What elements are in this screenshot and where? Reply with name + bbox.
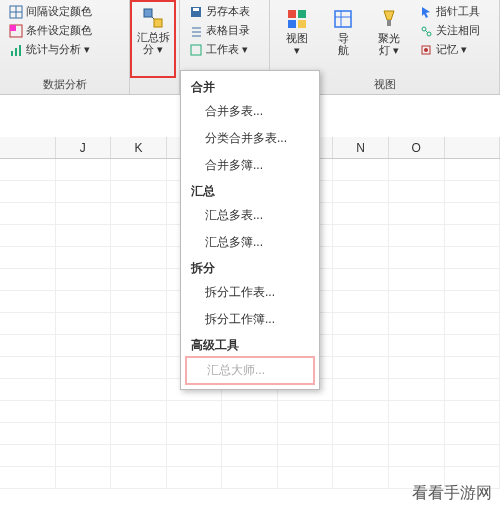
label: 导 航: [338, 33, 349, 56]
svg-rect-5: [11, 51, 13, 56]
label: 聚光 灯 ▾: [378, 33, 400, 56]
memory-icon: [419, 43, 433, 57]
svg-line-26: [425, 30, 428, 33]
svg-point-28: [424, 48, 428, 52]
group-summary-split: 汇总拆 分 ▾: [130, 0, 180, 94]
menu-section-split: 拆分: [181, 256, 319, 279]
label: 间隔设定颜色: [26, 4, 92, 19]
save-icon: [189, 5, 203, 19]
menu-split-book[interactable]: 拆分工作簿...: [181, 306, 319, 333]
svg-rect-15: [191, 45, 201, 55]
label: 指针工具: [436, 4, 480, 19]
summary-split-menu: 合并 合并多表... 分类合并多表... 合并多簿... 汇总 汇总多表... …: [180, 70, 320, 390]
label: 另存本表: [206, 4, 250, 19]
stats-analysis-button[interactable]: 统计与分析 ▾: [6, 41, 123, 58]
menu-section-summary: 汇总: [181, 179, 319, 202]
label: 表格目录: [206, 23, 250, 38]
pointer-tool-button[interactable]: 指针工具: [416, 3, 483, 20]
col-header[interactable]: N: [333, 137, 389, 158]
col-header[interactable]: [445, 137, 501, 158]
svg-rect-18: [288, 20, 296, 28]
svg-rect-23: [387, 20, 391, 26]
nav-icon: [332, 5, 354, 33]
group-label: 数据分析: [0, 77, 129, 92]
col-header[interactable]: K: [111, 137, 167, 158]
svg-rect-4: [10, 25, 16, 31]
watermark: 看看手游网: [412, 483, 492, 504]
svg-rect-9: [154, 19, 162, 27]
grid-color-icon: [9, 24, 23, 38]
svg-rect-16: [288, 10, 296, 18]
menu-section-merge: 合并: [181, 75, 319, 98]
menu-section-advanced: 高级工具: [181, 333, 319, 356]
svg-rect-17: [298, 10, 306, 18]
menu-merge-books[interactable]: 合并多簿...: [181, 152, 319, 179]
svg-rect-19: [298, 20, 306, 28]
menu-summary-books[interactable]: 汇总多簿...: [181, 229, 319, 256]
label: 汇总拆 分 ▾: [137, 32, 170, 55]
spotlight-icon: [378, 5, 400, 33]
svg-rect-11: [193, 8, 199, 11]
label: 视图 ▾: [286, 33, 308, 56]
focus-related-button[interactable]: 关注相同: [416, 22, 483, 39]
menu-summary-master[interactable]: 汇总大师...: [193, 362, 307, 379]
menu-summary-tables[interactable]: 汇总多表...: [181, 202, 319, 229]
svg-rect-20: [335, 11, 351, 27]
menu-summary-master-box: 汇总大师...: [187, 358, 313, 383]
menu-split-sheet[interactable]: 拆分工作表...: [181, 279, 319, 306]
conditional-color-button[interactable]: 条件设定颜色: [6, 22, 123, 39]
label: 条件设定颜色: [26, 23, 92, 38]
memory-button[interactable]: 记忆 ▾: [416, 41, 483, 58]
svg-rect-8: [144, 9, 152, 17]
interval-color-button[interactable]: 间隔设定颜色: [6, 3, 123, 20]
col-header[interactable]: [0, 137, 56, 158]
svg-rect-6: [15, 48, 17, 56]
pointer-icon: [419, 5, 433, 19]
svg-rect-7: [19, 45, 21, 56]
split-icon: [141, 4, 165, 32]
col-header[interactable]: O: [389, 137, 445, 158]
nav-button[interactable]: 导 航: [322, 3, 364, 58]
sheet-icon: [189, 43, 203, 57]
view-button[interactable]: 视图 ▾: [276, 3, 318, 58]
toc-button[interactable]: 表格目录: [186, 22, 263, 39]
chart-icon: [9, 43, 23, 57]
group-data-analysis: 间隔设定颜色 条件设定颜色 统计与分析 ▾ 数据分析: [0, 0, 130, 94]
label: 工作表 ▾: [206, 42, 248, 57]
label: 统计与分析 ▾: [26, 42, 90, 57]
summary-split-button[interactable]: 汇总拆 分 ▾: [132, 2, 174, 76]
grid4-icon: [286, 5, 308, 33]
worksheet-button[interactable]: 工作表 ▾: [186, 41, 263, 58]
label: 记忆 ▾: [436, 42, 467, 57]
list-icon: [189, 24, 203, 38]
spotlight-button[interactable]: 聚光 灯 ▾: [368, 3, 410, 58]
grid-icon: [9, 5, 23, 19]
menu-merge-tables[interactable]: 合并多表...: [181, 98, 319, 125]
menu-classify-merge[interactable]: 分类合并多表...: [181, 125, 319, 152]
label: 关注相同: [436, 23, 480, 38]
link-icon: [419, 24, 433, 38]
save-as-button[interactable]: 另存本表: [186, 3, 263, 20]
col-header[interactable]: J: [56, 137, 112, 158]
